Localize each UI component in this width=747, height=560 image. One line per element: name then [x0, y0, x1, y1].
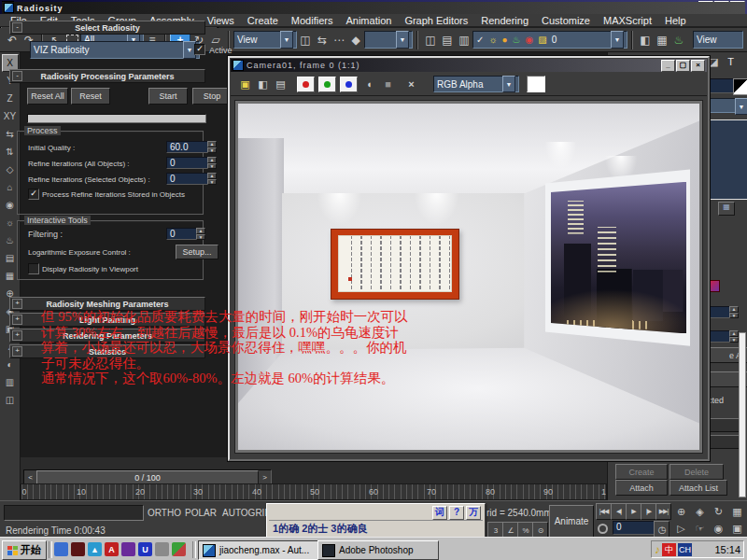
quicklaunch-icon-6[interactable]: U [138, 542, 152, 556]
channel-display-dropdown[interactable]: RGB Alpha▼ [433, 76, 519, 92]
reference-coordinate-dropdown[interactable]: View▼ [233, 31, 297, 49]
field-value[interactable]: 0 [166, 173, 211, 185]
go-to-end-button[interactable]: ▶▶| [655, 503, 671, 520]
time-configuration-icon[interactable]: ◷ [654, 521, 669, 538]
tab-panel-icon[interactable]: XY [2, 107, 19, 125]
expand-icon[interactable]: + [12, 346, 22, 357]
tab-panel-icon[interactable]: ⇆ [2, 125, 19, 143]
quicklaunch-icon-1[interactable] [54, 542, 68, 556]
tab-panel-icon[interactable]: Z [2, 90, 19, 107]
previous-frame-button[interactable]: ◀| [611, 503, 627, 520]
panel-scrollbar[interactable] [739, 332, 746, 497]
ime-help-button[interactable]: ? [449, 506, 464, 520]
align-icon[interactable]: ◆ [347, 31, 364, 49]
collapse-icon[interactable]: - [12, 22, 22, 33]
rollout-select-radiosity[interactable]: - Select Radiosity [9, 21, 205, 35]
active-checkbox[interactable]: ✓ [194, 44, 205, 55]
close-icon[interactable]: × [691, 60, 705, 72]
minimize-icon[interactable]: _ [661, 60, 675, 72]
maximize-icon[interactable]: ▢ [676, 60, 690, 72]
menu-item[interactable]: Views [201, 15, 241, 26]
rollout-processing-parameters[interactable]: - Radiosity Processing Parameters [9, 69, 205, 83]
menu-item[interactable]: Modifiers [285, 15, 340, 26]
play-button[interactable]: ▶ [626, 503, 641, 520]
layers-icon[interactable]: ▥ [456, 31, 472, 49]
tab-panel-icon[interactable]: ▥ [2, 373, 19, 391]
tab-panel-icon[interactable]: ⇅ [2, 143, 19, 161]
menu-item[interactable]: Customize [535, 15, 597, 26]
chevron-down-icon[interactable]: ▼ [735, 98, 747, 115]
create-button[interactable]: Create [615, 464, 668, 480]
render-last-icon[interactable]: ▦ [654, 31, 670, 49]
ime-word-button[interactable]: 词 [432, 506, 447, 520]
zoom-extents-icon[interactable]: ↻ [710, 504, 727, 519]
taskbar-task-viz[interactable]: jiaocheng.max - Aut... [198, 540, 321, 560]
prev-frame-arrow[interactable]: < [24, 470, 36, 484]
mirror-icon[interactable]: ⇆ [314, 31, 331, 49]
next-frame-arrow[interactable]: > [259, 470, 271, 484]
tab-panel-icon[interactable]: ☼ [2, 214, 19, 231]
red-channel-icon[interactable] [297, 77, 315, 92]
track-bar[interactable]: 010203040506070809010 [21, 483, 607, 500]
expand-icon[interactable]: + [12, 330, 22, 341]
spinner-buttons[interactable]: ▲▼ [207, 157, 217, 169]
language-indicator[interactable]: CH [678, 543, 692, 556]
field-value[interactable]: 60.0 [166, 141, 211, 153]
animate-button[interactable]: Animate [549, 505, 594, 538]
quicklaunch-icon-8[interactable] [172, 542, 186, 556]
alpha-channel-icon[interactable]: ◐ [361, 76, 379, 92]
save-bitmap-icon[interactable]: ▣ [236, 76, 254, 92]
attach-list-button[interactable]: Attach List [669, 480, 727, 496]
field-value[interactable]: 0 [166, 157, 211, 169]
zoom-all-icon[interactable]: ◈ [691, 504, 709, 519]
arc-rotate-icon[interactable]: ◉ [710, 521, 727, 536]
clear-icon[interactable]: × [402, 76, 420, 92]
delete-button[interactable]: Delete [669, 464, 724, 480]
start-button[interactable]: 开始 [2, 540, 47, 560]
render-shortcuts-dropdown[interactable]: ✓ ☼ ● ♨ ◉ ▨ 0 ▼ [472, 31, 627, 49]
attach-button[interactable]: Attach [615, 480, 668, 496]
tab-panel-icon[interactable]: ▤ [2, 249, 19, 267]
pan-hand-icon[interactable]: ☞ [691, 521, 709, 536]
volume-icon[interactable]: ♪ [655, 543, 660, 556]
use-pivot-icon[interactable]: ◫ [297, 31, 314, 49]
zoom-icon[interactable]: ⊕ [672, 504, 690, 519]
filtering-value[interactable]: 0 [166, 228, 200, 240]
tab-panel-icon[interactable]: ◉ [2, 196, 19, 214]
spinner-buttons[interactable]: ▲▼ [196, 228, 205, 240]
tab-panel-icon[interactable]: ▦ [2, 267, 19, 285]
spinner-buttons[interactable]: ▲▼ [729, 330, 739, 343]
setup-button[interactable]: Setup... [176, 245, 218, 259]
ortho-toggle[interactable]: ORTHO [148, 508, 181, 518]
menu-item[interactable]: Create [241, 15, 285, 26]
spinner-buttons[interactable]: ▲▼ [207, 173, 217, 185]
ime-cn-icon[interactable]: 中 [662, 543, 676, 556]
expand-icon[interactable]: + [12, 315, 22, 325]
go-to-start-button[interactable]: |◀◀ [596, 503, 612, 520]
tab-panel-icon[interactable]: ♨ [2, 231, 19, 249]
field-of-view-icon[interactable]: ▷ [672, 521, 690, 536]
region-zoom-icon[interactable]: ▦ [728, 504, 746, 519]
time-slider-handle[interactable]: 0 / 100 [36, 470, 259, 484]
current-frame-field[interactable]: 0 [613, 521, 655, 535]
min-max-toggle-icon[interactable]: ▣ [728, 521, 746, 536]
spinner-buttons[interactable]: ▲▼ [729, 306, 739, 318]
ime-wan-button[interactable]: 万 [466, 506, 481, 520]
process-refine-checkbox[interactable]: ✓ [28, 189, 39, 200]
quicklaunch-icon-3[interactable]: ▲ [88, 542, 102, 556]
prompt-field[interactable] [4, 505, 144, 521]
menu-item[interactable]: Help [658, 15, 693, 26]
panel-listbox[interactable] [705, 119, 747, 200]
start-button[interactable]: Start [148, 88, 188, 105]
quicklaunch-icon-5[interactable] [121, 542, 135, 556]
menu-item[interactable]: Animation [339, 15, 398, 26]
schematic-view-icon[interactable]: ▤ [439, 31, 456, 49]
named-selection-sets-dropdown[interactable]: ▼ [364, 31, 413, 49]
polar-toggle[interactable]: POLAR [185, 508, 217, 518]
radiosity-plugin-dropdown[interactable]: VIZ Radiosity▼ [30, 41, 200, 59]
snaps-icon[interactable]: ⋯ [331, 31, 347, 49]
menu-item[interactable]: MAXScript [597, 15, 658, 26]
expand-icon[interactable]: + [12, 299, 22, 309]
camera-window-titlebar[interactable]: Camera01, frame 0 (1:1) _ ▢ × [231, 59, 707, 72]
background-color-swatch[interactable] [527, 76, 545, 92]
